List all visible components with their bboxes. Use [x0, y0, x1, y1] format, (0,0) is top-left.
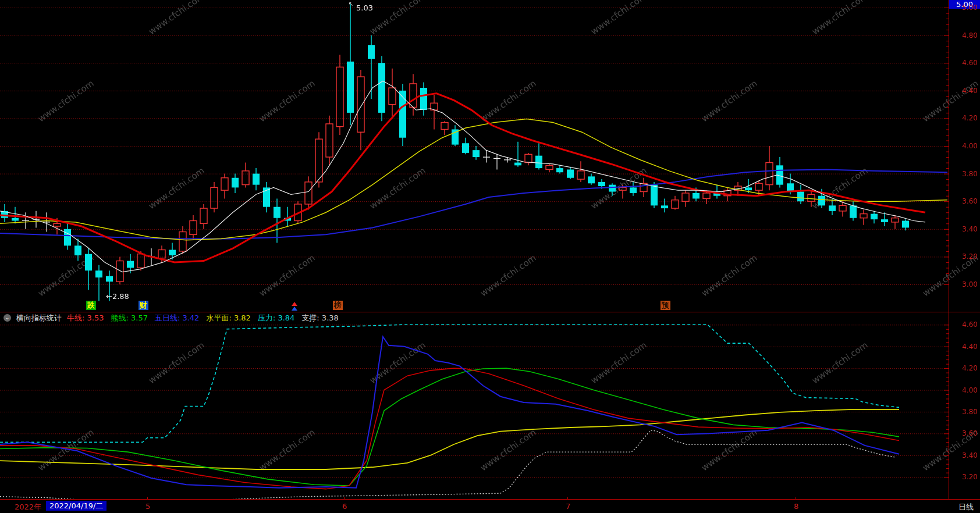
price-axis-label: 3.60 [951, 198, 978, 205]
month-tick-label: 8 [794, 502, 798, 511]
high-price-annotation: 5.03 [356, 4, 373, 12]
price-axis-label: 4.40 [951, 87, 978, 94]
price-axis-label: 5.00 [951, 4, 978, 11]
low-price-annotation: ←2.88 [106, 293, 129, 300]
indicator-item-5: 支撑: 3.38 [301, 313, 338, 323]
signal-triangle-up-blue-icon [292, 307, 297, 311]
month-tick-label: 5 [145, 502, 150, 511]
price-axis-label: 3.40 [951, 226, 978, 233]
price-chart-canvas[interactable] [0, 0, 980, 513]
price-axis-label: 4.20 [951, 115, 978, 122]
price-axis-label: 4.60 [951, 321, 978, 328]
price-axis-label: 3.20 [951, 473, 978, 480]
price-axis-label: 4.00 [951, 387, 978, 394]
selected-date-label[interactable]: 2022/04/19/二 [46, 501, 106, 511]
indicator-item-2: 五日线: 3.42 [155, 313, 199, 323]
price-axis-label: 4.00 [951, 142, 978, 149]
price-axis-label: 3.60 [951, 430, 978, 437]
time-axis-bar: 2022年 2022/04/19/二 5678 日线 [0, 500, 980, 513]
indicator-values: 牛线: 3.53熊线: 3.57五日线: 3.42水平面: 3.82压力: 3.… [67, 313, 339, 323]
signal-triangle-up-red-icon [292, 302, 297, 306]
event-badge[interactable]: 跌 [86, 301, 96, 310]
indicator-item-1: 熊线: 3.57 [111, 313, 147, 323]
price-axis-label: 3.00 [951, 281, 978, 288]
indicator-item-4: 压力: 3.84 [258, 313, 294, 323]
price-axis-label: 3.80 [951, 170, 978, 177]
indicator-title: 横向指标统计 [16, 313, 62, 323]
month-tick-label: 6 [342, 502, 347, 511]
high-annotation-arrow-icon: ↖ [349, 1, 353, 7]
event-badge[interactable]: 榜 [333, 301, 343, 310]
event-badge[interactable]: 财 [139, 301, 148, 310]
price-axis-label: 3.80 [951, 408, 978, 415]
price-axis-label: 3.40 [951, 452, 978, 459]
indicator-header-bar: ⌄ 横向指标统计 牛线: 3.53熊线: 3.57五日线: 3.42水平面: 3… [0, 312, 949, 323]
event-badge[interactable]: 预 [661, 301, 670, 310]
period-selector[interactable]: 日线 [952, 502, 980, 512]
stock-chart-app-window: { "watermark": {"text": "www.cfchi.com",… [0, 0, 980, 513]
price-axis-label: 3.20 [951, 253, 978, 260]
indicator-item-0: 牛线: 3.53 [67, 313, 104, 323]
indicator-item-3: 水平面: 3.82 [206, 313, 250, 323]
month-tick-label: 7 [566, 502, 570, 511]
year-label: 2022年 [15, 502, 41, 512]
price-axis-label: 4.40 [951, 343, 978, 350]
collapse-circle-icon[interactable]: ⌄ [3, 314, 11, 322]
price-axis-label: 4.80 [951, 32, 978, 39]
price-axis-label: 4.60 [951, 59, 978, 66]
price-axis-label: 4.20 [951, 365, 978, 372]
